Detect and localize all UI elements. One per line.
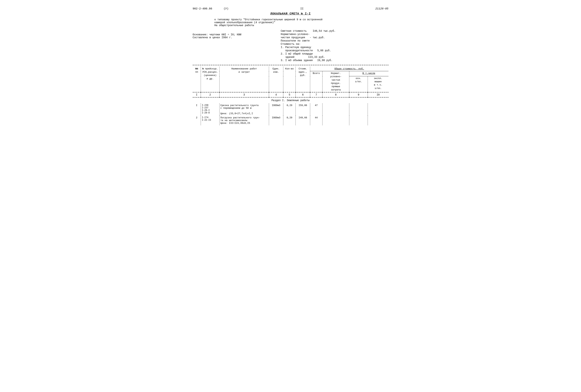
cost-value1: I46,54 тыс.руб. xyxy=(313,30,336,32)
cost-row3: Показатели по смете xyxy=(281,39,388,42)
cost-row2a: Нормативно-условно- xyxy=(281,33,388,36)
cost-label1: Сметная стоимость xyxy=(281,30,307,32)
table-header-row: №№пп № прейскур.УСН,расцен.(ценника)и др… xyxy=(193,67,388,71)
col-header-2: № прейскур.УСН,расцен.(ценника)и др. xyxy=(201,67,219,92)
subtitle-line3: На общестроительные работы xyxy=(214,24,388,27)
basis-line1: Основание: чертежи КЖI ÷ I6; КЖИ xyxy=(193,33,271,36)
header-center: II xyxy=(228,7,376,10)
cost-row5b: производительности 5,86 руб. xyxy=(281,49,388,52)
cost-label4: Стоимость на: xyxy=(281,42,300,46)
cost-row1: Сметная стоимость I46,54 тыс.руб. xyxy=(281,30,388,32)
row1-unit-cost: I59,06 xyxy=(296,103,310,116)
cost-label6: 2. I м2 общей площади xyxy=(281,52,313,55)
header-paren: (У) xyxy=(224,7,228,10)
col-num-4: 4 xyxy=(269,92,283,97)
header-right: 21126-05 xyxy=(375,7,388,10)
row2-unit-cost: I49,66 xyxy=(296,116,310,125)
section1-header-row: Раздел I. Земляные работы xyxy=(193,97,388,103)
row1-qty: 0,29 xyxy=(283,103,296,116)
cost-row4: Стоимость на: xyxy=(281,42,388,46)
cost-label7: 3. I м3 объема здания xyxy=(281,59,313,62)
doc-number: 902-2-400.86 xyxy=(193,7,212,10)
col-header-3: Наименование работи затрат xyxy=(219,67,269,92)
col-header-4: Един.изм. xyxy=(269,67,283,92)
col-header-8: Нормат.условно-чистаяпродук.прямыезатрат… xyxy=(322,71,349,92)
cost-value2: - тыс.руб. xyxy=(310,36,325,39)
info-right: Сметная стоимость I46,54 тыс.руб. Нормат… xyxy=(281,30,388,62)
row2-name: Погрузка растительного грун-та на автоса… xyxy=(219,116,269,125)
col-header-9: осн.з/пл. xyxy=(349,76,368,92)
row2-expl xyxy=(368,116,388,125)
col-header-5: Кол-во xyxy=(283,67,296,92)
col-header-1: №№пп xyxy=(193,67,201,92)
row1-num: I xyxy=(193,103,201,116)
table-row: 2 I-I74I-22-I3 Погрузка растительного гр… xyxy=(193,116,388,125)
col-num-7: 7 xyxy=(310,92,322,97)
row1-name: Срезка растительного грунтас перемещение… xyxy=(219,103,269,116)
cost-row6a: 2. I м2 общей площади xyxy=(281,52,388,55)
cost-value7: I6,98 руб. xyxy=(317,59,332,62)
cost-row6b: зданий I23,33 руб. xyxy=(281,56,388,58)
row2-total: 44 xyxy=(310,116,322,125)
row1-total: 47 xyxy=(310,103,322,116)
basis-line2: Составлена в ценах I984 г. xyxy=(193,36,271,39)
col-num-5: 5 xyxy=(283,92,296,97)
title-section: ЛОКАЛЬНАЯ СМЕТА № I-I xyxy=(193,12,388,16)
cost-row7: 3. I м3 объема здания I6,98 руб. xyxy=(281,59,388,62)
doc-code: 21126-05 xyxy=(375,7,388,10)
cost-label3: Показатели по смете xyxy=(281,39,310,42)
cost-label2: Нормативно-условно- xyxy=(281,33,310,36)
info-left: Основание: чертежи КЖI ÷ I6; КЖИ Составл… xyxy=(193,30,271,62)
cost-value5: 5,86 руб. xyxy=(317,49,331,52)
cost-label5b: производительности xyxy=(285,49,313,52)
row1-expl xyxy=(368,103,388,116)
col-num-9: 9 xyxy=(349,92,368,97)
row1-price-code: I-230I-237I-29-II-29-8 xyxy=(201,103,219,116)
col-num-1: I xyxy=(193,92,201,97)
cost-row2b: чистая продукция - тыс.руб. xyxy=(281,36,388,39)
section1-title: Раздел I. Земляные работы xyxy=(193,97,388,103)
page-header: 902-2-400.86 (У) II 21126-05 xyxy=(193,7,388,10)
main-table: №№пп № прейскур.УСН,расцен.(ценника)и др… xyxy=(193,67,388,125)
row1-base xyxy=(349,103,368,116)
cost-value6: I23,33 руб. xyxy=(308,56,325,58)
main-title: ЛОКАЛЬНАЯ СМЕТА № I-I xyxy=(193,12,388,16)
col-header-6: Стоим.един.,руб. xyxy=(296,67,310,92)
row1-norm xyxy=(322,103,349,116)
col-header-7: Всего xyxy=(310,71,322,92)
col-num-2: 2 xyxy=(201,92,219,97)
info-section: Основание: чертежи КЖI ÷ I6; КЖИ Составл… xyxy=(193,30,388,62)
row2-num: 2 xyxy=(193,116,201,125)
cost-label5: I. Расчетную единицу xyxy=(281,46,311,49)
page-number: II xyxy=(300,7,304,10)
col-header-general-cost: Общая стоимость, руб. xyxy=(310,67,388,71)
row2-price-code: I-I74I-22-I3 xyxy=(201,116,219,125)
col-header-in-including: В т.числе xyxy=(349,71,388,76)
cost-label2b: чистая продукция xyxy=(281,36,305,39)
row2-unit: IОООм3 xyxy=(269,116,283,125)
subtitle-line1: к типовому проекту "Отстойники горизонта… xyxy=(214,18,388,21)
col-num-8: 8 xyxy=(322,92,349,97)
separator-top xyxy=(193,65,388,65)
table-row: I I-230I-237I-29-II-29-8 Срезка растител… xyxy=(193,103,388,116)
cost-label6b: зданий xyxy=(285,56,294,58)
col-header-10: экспл.машинв т.ч.з/пл. xyxy=(368,76,388,92)
row2-norm xyxy=(322,116,349,125)
basis-section: Основание: чертежи КЖI ÷ I6; КЖИ Составл… xyxy=(193,33,271,39)
row2-base xyxy=(349,116,368,125)
subtitle-line2: камерой хлопьеобразования (4 отделения)" xyxy=(214,21,388,24)
col-num-3: 3 xyxy=(219,92,269,97)
col-num-10: I0 xyxy=(368,92,388,97)
cost-row5a: I. Расчетную единицу xyxy=(281,46,388,49)
row2-qty: 0,29 xyxy=(283,116,296,125)
col-numbers-row: I 2 3 4 5 6 7 8 9 I0 xyxy=(193,92,388,97)
row1-unit: IОООм3 xyxy=(269,103,283,116)
col-num-6: 6 xyxy=(296,92,310,97)
header-left: 902-2-400.86 (У) xyxy=(193,7,228,10)
subtitle-section: к типовому проекту "Отстойники горизонта… xyxy=(214,18,388,27)
